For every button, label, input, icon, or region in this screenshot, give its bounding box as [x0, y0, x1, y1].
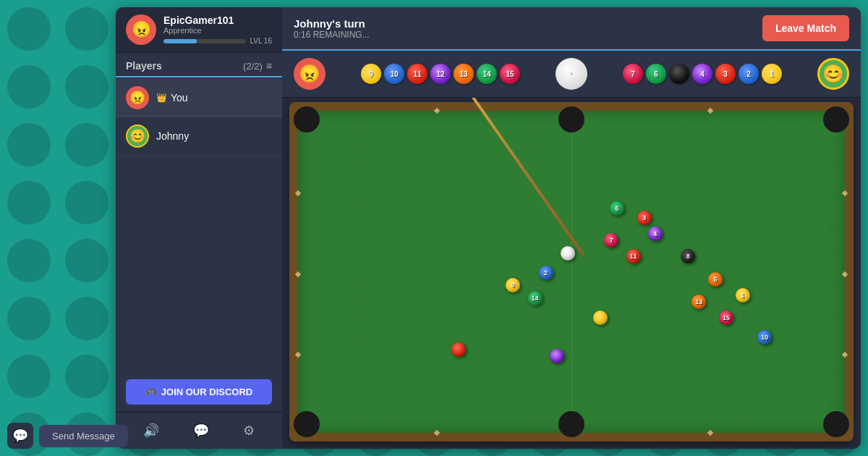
player-avatar-you: 😠	[126, 86, 149, 109]
player-item-johnny[interactable]: 😊 Johnny	[116, 117, 282, 156]
diamond-9	[295, 271, 301, 276]
player-avatar-johnny: 😊	[126, 124, 149, 148]
player-item-you[interactable]: 😠 👑 You	[116, 79, 282, 117]
main-container: 😠 EpicGamer101 Apprentice LVL 16 Players…	[116, 7, 861, 449]
xp-bar	[163, 39, 246, 43]
message-bar: 💬 Send Message	[7, 423, 128, 449]
diamond-10	[842, 271, 848, 276]
ball-display: 😠 9 10 11 12 13 14 15 7 6 4 3	[282, 51, 861, 98]
table-ball-yellow	[593, 311, 608, 325]
diamond-6	[295, 352, 301, 358]
user-info: EpicGamer101 Apprentice LVL 16	[163, 14, 272, 45]
level-badge: LVL 16	[250, 37, 272, 45]
discord-icon: 🎮	[145, 387, 157, 397]
ball-4: 4	[692, 64, 712, 84]
pool-table[interactable]: 9 2 14 7 11 4 3 6 8 5 13 1 15 10	[289, 102, 854, 442]
table-ball-11: 11	[626, 249, 641, 263]
ball-15: 15	[500, 64, 520, 84]
players-header: Players (2/2) ≡	[116, 53, 282, 76]
pocket-bottom-mid	[558, 411, 584, 437]
table-ball-14: 14	[528, 291, 542, 305]
xp-bar-container: LVL 16	[163, 37, 272, 45]
table-ball-1: 1	[736, 288, 750, 303]
pocket-bottom-left	[294, 411, 320, 437]
turn-timer: 0:16 REMAINING...	[294, 30, 370, 40]
xp-fill	[163, 39, 197, 43]
ball-7: 7	[623, 64, 643, 84]
table-ball-4: 4	[648, 227, 663, 241]
user-header: 😠 EpicGamer101 Apprentice LVL 16	[116, 7, 282, 53]
right-panel: Johnny's turn 0:16 REMAINING... Leave Ma…	[282, 7, 861, 449]
ball-1: 1	[762, 64, 782, 84]
table-ball-8: 8	[681, 249, 695, 263]
leave-button[interactable]: Leave Match	[762, 15, 849, 41]
ball-6: 6	[646, 64, 666, 84]
ball-10: 10	[384, 64, 404, 84]
table-ball-7: 7	[604, 233, 618, 248]
diamond-4	[707, 430, 713, 436]
diamond-7	[842, 190, 848, 196]
volume-button[interactable]: 🔊	[137, 420, 165, 442]
table-ball-5: 5	[708, 272, 723, 287]
player1-avatar: 😠	[294, 58, 326, 90]
diamond-2	[707, 108, 713, 114]
cue-ball	[556, 58, 587, 90]
discord-button[interactable]: 🎮 JOIN OUR DISCORD	[126, 379, 272, 405]
table-ball-9: 9	[506, 278, 520, 292]
settings-button[interactable]: ⚙	[237, 420, 260, 442]
table-ball-15: 15	[719, 311, 733, 325]
diamond-8	[842, 352, 848, 358]
ball-8-divider	[669, 64, 689, 84]
diamond-5	[295, 190, 301, 196]
cue-ball-dot	[570, 72, 573, 75]
turn-player: Johnny's turn	[294, 17, 370, 30]
ball-2: 2	[739, 64, 759, 84]
table-ball-3: 3	[637, 211, 652, 225]
username: EpicGamer101	[163, 14, 272, 26]
player2-balls: 7 6 4 3 2 1	[623, 64, 782, 84]
player-name-you: 👑 You	[156, 92, 188, 104]
ball-11: 11	[407, 64, 427, 84]
diamond-3	[434, 430, 440, 436]
pool-table-container: 9 2 14 7 11 4 3 6 8 5 13 1 15 10	[282, 98, 861, 449]
center-line	[571, 111, 572, 433]
ball-3: 3	[715, 64, 736, 84]
ball-9: 9	[361, 64, 381, 84]
ball-12: 12	[430, 64, 451, 84]
table-ball-purple-mid	[550, 349, 564, 363]
pocket-top-left	[294, 106, 320, 132]
table-ball-6: 6	[610, 201, 624, 216]
table-cue-ball	[561, 246, 575, 261]
turn-info: Johnny's turn 0:16 REMAINING...	[294, 17, 370, 40]
player1-balls: 9 10 11 12 13 14 15	[361, 64, 520, 84]
rank-label: Apprentice	[163, 26, 272, 35]
table-ball-red-lower	[451, 342, 466, 357]
chat-icon-button[interactable]: 💬	[7, 423, 33, 449]
players-list: 😠 👑 You 😊 Johnny	[116, 79, 282, 372]
pocket-bottom-right	[823, 411, 849, 437]
pocket-top-right	[823, 106, 849, 132]
ball-14: 14	[477, 64, 497, 84]
players-title: Players	[126, 60, 162, 72]
diamond-1	[434, 108, 440, 114]
user-avatar: 😠	[126, 14, 156, 45]
send-message-button[interactable]: Send Message	[39, 425, 128, 447]
chat-button[interactable]: 💬	[187, 420, 215, 442]
crown-icon: 👑	[156, 93, 167, 103]
table-ball-10: 10	[757, 330, 772, 345]
player-name-johnny: Johnny	[156, 130, 189, 142]
ball-13: 13	[454, 64, 474, 84]
players-count: (2/2) ≡	[243, 60, 272, 72]
table-ball-13: 13	[692, 295, 706, 309]
left-panel: 😠 EpicGamer101 Apprentice LVL 16 Players…	[116, 7, 282, 449]
game-header: Johnny's turn 0:16 REMAINING... Leave Ma…	[282, 7, 861, 51]
bottom-icons: 🔊 💬 ⚙	[116, 412, 282, 449]
player2-avatar: 😊	[817, 58, 849, 90]
filter-icon[interactable]: ≡	[266, 60, 272, 72]
pocket-top-mid	[558, 106, 584, 132]
divider	[116, 76, 282, 77]
table-ball-2: 2	[539, 266, 553, 280]
